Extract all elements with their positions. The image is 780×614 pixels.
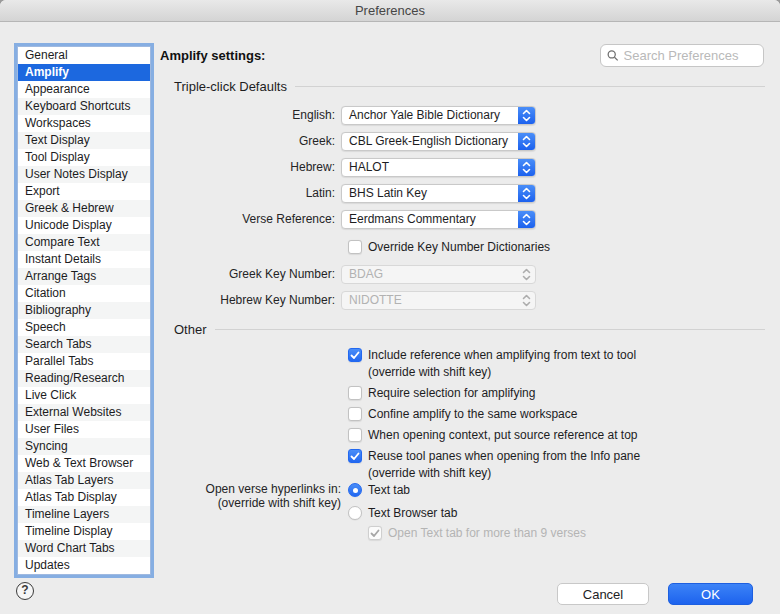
section-title: Triple-click Defaults [174,79,287,94]
sidebar-item-speech[interactable]: Speech [18,319,150,336]
radio-label: Text tab [368,482,410,499]
field-label: Greek: [160,134,341,148]
preferences-category-list: GeneralAmplifyAppearanceKeyboard Shortcu… [17,46,151,575]
dropdown-hebrew-key-number: NIDOTTE [341,291,536,310]
triple-click-dropdowns: English:Anchor Yale Bible Dictionary Gre… [160,102,536,232]
checkbox-sublabel: (override with shift key) [368,364,636,381]
question-mark-icon: ? [21,583,28,597]
sidebar-item-timeline-layers[interactable]: Timeline Layers [18,506,150,523]
section-other: Other [174,322,765,337]
section-divider [295,86,765,87]
dropdown-value: BHS Latin Key [342,186,518,200]
checked-checkbox[interactable] [348,348,362,362]
checked-checkbox[interactable] [348,449,362,463]
dropdown-latin[interactable]: BHS Latin Key [341,184,536,203]
open-verse-hyperlinks-label: Open verse hyperlinks in: (override with… [160,482,341,510]
unchecked-checkbox[interactable] [348,428,362,442]
open-text-tab-sub-option: Open Text tab for more than 9 verses [368,525,586,546]
dropdown-value: NIDOTTE [342,293,518,307]
sidebar-item-compare-text[interactable]: Compare Text [18,234,150,251]
sidebar-item-export[interactable]: Export [18,183,150,200]
sidebar-item-atlas-tab-display[interactable]: Atlas Tab Display [18,489,150,506]
sidebar-item-syncing[interactable]: Syncing [18,438,150,455]
section-divider [215,329,765,330]
checkbox-label: Require selection for amplifying [368,385,535,402]
sidebar-item-instant-details[interactable]: Instant Details [18,251,150,268]
page-title: Amplify settings: [160,48,265,63]
sidebar-item-atlas-tab-layers[interactable]: Atlas Tab Layers [18,472,150,489]
sidebar-item-user-notes-display[interactable]: User Notes Display [18,166,150,183]
window-title: Preferences [355,3,425,18]
unchecked-checkbox[interactable] [348,407,362,421]
sidebar-item-text-display[interactable]: Text Display [18,132,150,149]
search-field[interactable] [600,44,764,67]
title-bar[interactable]: Preferences [0,0,780,22]
dropdown-value: BDAG [342,267,518,281]
checked-checkbox [368,526,382,540]
sidebar-item-greek-hebrew[interactable]: Greek & Hebrew [18,200,150,217]
sidebar-item-citation[interactable]: Citation [18,285,150,302]
sidebar-item-tool-display[interactable]: Tool Display [18,149,150,166]
dropdown-value: Eerdmans Commentary [342,212,518,226]
other-checkboxes: Include reference when amplifying from t… [348,347,640,486]
sidebar-item-parallel-tabs[interactable]: Parallel Tabs [18,353,150,370]
sidebar-item-arrange-tags[interactable]: Arrange Tags [18,268,150,285]
sidebar-item-word-chart-tabs[interactable]: Word Chart Tabs [18,540,150,557]
sidebar-item-amplify[interactable]: Amplify [18,64,150,81]
sidebar-item-external-websites[interactable]: External Websites [18,404,150,421]
section-title: Other [174,322,207,337]
unchecked-checkbox[interactable] [348,240,362,254]
unselected-radio-button[interactable] [348,506,362,520]
dropdown-value: CBL Greek-English Dictionary [342,134,518,148]
section-triple-click-defaults: Triple-click Defaults [174,79,765,94]
sidebar-item-web-text-browser[interactable]: Web & Text Browser [18,455,150,472]
sidebar-item-workspaces[interactable]: Workspaces [18,115,150,132]
radio-label: Text Browser tab [368,505,457,522]
chevron-up-down-icon [518,211,535,228]
sidebar-item-user-files[interactable]: User Files [18,421,150,438]
dropdown-value: HALOT [342,160,518,174]
dropdown-hebrew[interactable]: HALOT [341,158,536,177]
sidebar-item-updates[interactable]: Updates [18,557,150,574]
checkbox-label: Override Key Number Dictionaries [368,239,550,256]
sidebar-item-live-click[interactable]: Live Click [18,387,150,404]
sidebar-item-general[interactable]: General [18,47,150,64]
sidebar-item-keyboard-shortcuts[interactable]: Keyboard Shortcuts [18,98,150,115]
sidebar-item-search-tabs[interactable]: Search Tabs [18,336,150,353]
open-verse-hyperlinks-options: Text tabText Browser tab [348,482,457,528]
chevron-up-down-icon [518,159,535,176]
sidebar-item-unicode-display[interactable]: Unicode Display [18,217,150,234]
chevron-up-down-icon [518,107,535,124]
sidebar-item-timeline-display[interactable]: Timeline Display [18,523,150,540]
field-label: Hebrew Key Number: [160,293,341,307]
dropdown-english[interactable]: Anchor Yale Bible Dictionary [341,106,536,125]
checkbox-label: Include reference when amplifying from t… [368,347,636,381]
field-label: Verse Reference: [160,212,341,226]
field-label: Latin: [160,186,341,200]
chevron-up-down-icon [518,133,535,150]
unchecked-checkbox[interactable] [348,386,362,400]
field-label: Greek Key Number: [160,267,341,281]
search-input[interactable] [624,48,757,63]
preferences-window: Preferences GeneralAmplifyAppearanceKeyb… [0,0,780,614]
checkbox-label: Confine amplify to the same workspace [368,406,577,423]
dropdown-verse-reference[interactable]: Eerdmans Commentary [341,210,536,229]
field-label: English: [160,108,341,122]
checkbox-sublabel: (override with shift key) [368,465,640,482]
chevron-up-down-icon [518,185,535,202]
key-number-dropdowns: Greek Key Number:BDAG Hebrew Key Number:… [160,261,536,313]
dropdown-value: Anchor Yale Bible Dictionary [342,108,518,122]
chevron-up-down-icon [518,292,535,309]
chevron-up-down-icon [518,266,535,283]
sidebar-item-appearance[interactable]: Appearance [18,81,150,98]
sidebar-item-bibliography[interactable]: Bibliography [18,302,150,319]
search-icon [607,49,619,62]
dropdown-greek-key-number: BDAG [341,265,536,284]
selected-radio-button[interactable] [348,483,362,497]
cancel-button[interactable]: Cancel [557,583,649,605]
help-button[interactable]: ? [16,582,34,600]
dropdown-greek[interactable]: CBL Greek-English Dictionary [341,132,536,151]
ok-button[interactable]: OK [668,583,753,605]
sidebar-item-reading-research[interactable]: Reading/Research [18,370,150,387]
checkbox-label: Reuse tool panes when opening from the I… [368,448,640,482]
